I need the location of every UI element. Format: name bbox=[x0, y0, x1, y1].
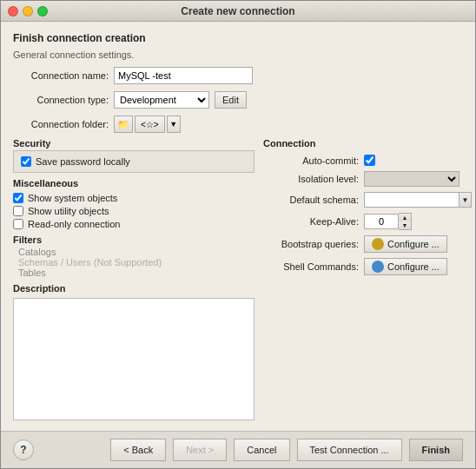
titlebar: Create new connection bbox=[1, 1, 475, 22]
edit-button[interactable]: Edit bbox=[215, 91, 247, 109]
show-utility-objects-row: Show utility objects bbox=[13, 206, 255, 216]
connection-section-title: Connection bbox=[263, 138, 463, 149]
default-schema-input[interactable] bbox=[364, 192, 459, 208]
main-window: Create new connection Finish connection … bbox=[0, 0, 476, 469]
tables-filter: Tables bbox=[13, 268, 255, 278]
save-password-row: Save password locally bbox=[21, 156, 247, 167]
finish-button[interactable]: Finish bbox=[409, 439, 463, 461]
connection-name-input[interactable] bbox=[114, 67, 253, 84]
left-panel: Security Save password locally Miscellan… bbox=[13, 138, 255, 420]
bootstrap-icon bbox=[372, 238, 384, 250]
isolation-level-select[interactable] bbox=[364, 171, 459, 187]
autocommit-label: Auto-commit: bbox=[263, 155, 359, 166]
help-button[interactable]: ? bbox=[13, 439, 34, 460]
autocommit-checkbox[interactable] bbox=[364, 155, 375, 166]
show-utility-objects-checkbox[interactable] bbox=[13, 206, 23, 216]
default-schema-row: Default schema: ▼ bbox=[263, 192, 463, 208]
show-system-objects-row: Show system objects bbox=[13, 193, 255, 203]
bootstrap-queries-row: Bootstrap queries: Configure ... bbox=[263, 235, 463, 253]
folder-control: 📁 <☆> ▼ bbox=[114, 116, 181, 133]
shell-commands-row: Shell Commands: Configure ... bbox=[263, 258, 463, 275]
show-system-objects-label: Show system objects bbox=[28, 193, 117, 203]
keepalive-row: Keep-Alive: ▲ ▼ bbox=[263, 213, 463, 230]
connection-folder-row: Connection folder: 📁 <☆> ▼ bbox=[13, 116, 463, 133]
keepalive-control: ▲ ▼ bbox=[364, 213, 412, 230]
autocommit-row: Auto-commit: bbox=[263, 155, 463, 166]
show-system-objects-checkbox[interactable] bbox=[13, 193, 23, 203]
keepalive-label: Keep-Alive: bbox=[263, 216, 359, 227]
test-connection-button[interactable]: Test Connection ... bbox=[297, 439, 402, 461]
shell-commands-label: Shell Commands: bbox=[263, 261, 359, 272]
back-button[interactable]: < Back bbox=[110, 439, 166, 461]
close-button[interactable] bbox=[8, 6, 18, 17]
default-schema-label: Default schema: bbox=[263, 195, 359, 205]
keepalive-input[interactable] bbox=[364, 214, 399, 229]
read-only-row: Read-only connection bbox=[13, 219, 255, 229]
keepalive-spinner: ▲ ▼ bbox=[399, 213, 412, 230]
catalogs-filter: Catalogs bbox=[13, 247, 255, 257]
folder-icon-button[interactable]: 📁 bbox=[114, 116, 133, 133]
show-utility-objects-label: Show utility objects bbox=[28, 206, 109, 216]
shell-configure-label: Configure ... bbox=[387, 261, 440, 272]
misc-title: Miscellaneous bbox=[13, 178, 255, 188]
security-section: Security Save password locally bbox=[13, 138, 255, 173]
keepalive-up-button[interactable]: ▲ bbox=[399, 214, 411, 221]
read-only-label: Read-only connection bbox=[28, 219, 120, 229]
connection-type-label: Connection type: bbox=[13, 95, 109, 105]
save-password-checkbox[interactable] bbox=[21, 156, 31, 167]
traffic-lights bbox=[8, 6, 48, 17]
folder-label-button[interactable]: <☆> bbox=[135, 116, 165, 133]
window-title: Create new connection bbox=[181, 5, 294, 17]
miscellaneous-section: Miscellaneous Show system objects Show u… bbox=[13, 178, 255, 229]
bootstrap-configure-label: Configure ... bbox=[387, 239, 440, 249]
description-section: Description bbox=[13, 283, 255, 420]
page-subheading: General connection settings. bbox=[13, 50, 463, 60]
bootstrap-configure-button[interactable]: Configure ... bbox=[364, 235, 447, 253]
right-panel: Connection Auto-commit: Isolation level: bbox=[263, 138, 463, 420]
minimize-button[interactable] bbox=[23, 6, 33, 17]
security-title: Security bbox=[13, 138, 255, 149]
shell-icon bbox=[372, 261, 384, 273]
bootstrap-queries-label: Bootstrap queries: bbox=[263, 239, 359, 249]
connection-folder-label: Connection folder: bbox=[13, 119, 109, 129]
shell-configure-button[interactable]: Configure ... bbox=[364, 258, 447, 275]
filters-title: Filters bbox=[13, 234, 255, 245]
keepalive-down-button[interactable]: ▼ bbox=[399, 221, 411, 229]
isolation-level-label: Isolation level: bbox=[263, 174, 359, 184]
description-title: Description bbox=[13, 283, 255, 294]
isolation-level-row: Isolation level: bbox=[263, 171, 463, 187]
main-area: Security Save password locally Miscellan… bbox=[13, 138, 463, 420]
connection-type-select[interactable]: Development Production Test bbox=[114, 91, 209, 109]
connection-name-row: Connection name: bbox=[13, 67, 463, 84]
folder-dropdown-button[interactable]: ▼ bbox=[167, 116, 181, 133]
read-only-checkbox[interactable] bbox=[13, 219, 23, 229]
maximize-button[interactable] bbox=[37, 6, 48, 17]
content-area: Finish connection creation General conne… bbox=[1, 22, 475, 431]
page-heading: Finish connection creation bbox=[13, 32, 463, 44]
footer-left: ? bbox=[13, 439, 34, 460]
connection-type-row: Connection type: Development Production … bbox=[13, 91, 463, 109]
schemas-filter: Schemas / Users (Not Supported) bbox=[13, 257, 255, 268]
next-button[interactable]: Next > bbox=[173, 439, 227, 461]
security-box: Save password locally bbox=[13, 150, 255, 173]
autocommit-check-area bbox=[364, 155, 375, 166]
footer: ? < Back Next > Cancel Test Connection .… bbox=[1, 431, 475, 468]
cancel-button[interactable]: Cancel bbox=[234, 439, 289, 461]
save-password-label: Save password locally bbox=[36, 156, 130, 167]
description-textarea[interactable] bbox=[13, 298, 255, 420]
default-schema-arrow[interactable]: ▼ bbox=[459, 192, 472, 208]
filters-section: Filters Catalogs Schemas / Users (Not Su… bbox=[13, 234, 255, 278]
connection-name-label: Connection name: bbox=[13, 70, 109, 81]
